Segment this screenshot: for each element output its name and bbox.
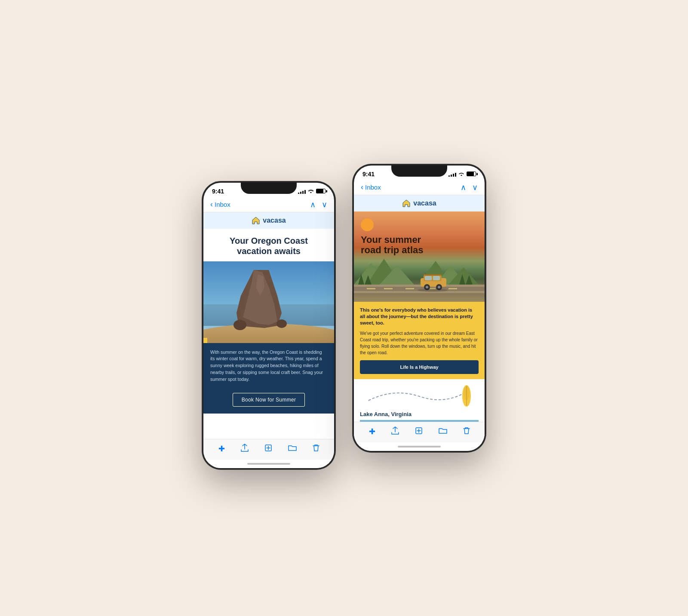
status-icons-right [448,171,476,177]
dashed-path-area [360,383,479,409]
signal-icon-left [298,189,306,194]
phones-container: 9:41 [202,147,486,469]
status-time-right: 9:41 [362,171,375,178]
vacasa-logo-icon-left [252,217,260,224]
svg-rect-23 [384,288,393,289]
share-icon-right[interactable] [391,426,399,437]
home-indicator-left [203,460,334,468]
road-trip-title: Your summer road trip atlas [361,235,438,255]
email1-hero-section: Your Oregon Coast vacation awaits [203,229,334,261]
phone-left-screen: 9:41 [203,183,334,468]
back-label-left: Inbox [215,201,230,208]
nav-actions-left: ∧ ∨ [310,200,327,209]
edit-icon-right[interactable] [415,427,423,437]
home-bar-right [398,446,441,447]
email1-cta-area: Book Now for Summer [203,389,334,414]
svg-rect-8 [203,338,207,343]
vacasa-header-left: vacasa [203,212,334,229]
svg-rect-26 [448,288,457,289]
signal-icon-right [448,172,456,177]
share-icon-left[interactable] [241,444,249,454]
email1-title: Your Oregon Coast vacation awaits [212,236,326,256]
compose-icon-left[interactable]: ✚ [218,444,225,454]
status-time-left: 9:41 [212,188,224,195]
wifi-icon-right [458,171,464,177]
haystack-rock-illustration [203,261,334,343]
notch-right [391,165,447,177]
home-bar-left [247,463,290,465]
lake-anna-label: Lake Anna, Virginia [360,411,479,417]
prev-email-button-right[interactable]: ∧ [461,183,466,192]
notch-left [241,183,297,194]
email-content-right: vacasa Your summer road trip atlas [354,195,485,422]
prev-email-button-left[interactable]: ∧ [310,200,316,209]
nav-bar-right[interactable]: ‹ Inbox ∧ ∨ [354,181,485,195]
folder-icon-left[interactable] [288,444,297,454]
nav-bar-left[interactable]: ‹ Inbox ∧ ∨ [203,198,334,212]
next-email-button-left[interactable]: ∨ [322,200,327,209]
svg-point-34 [438,286,440,288]
folder-icon-right[interactable] [439,427,447,436]
book-now-button[interactable]: Book Now for Summer [233,393,305,407]
next-email-button-right[interactable]: ∨ [472,183,478,192]
surfboard-icon [459,384,474,408]
svg-rect-30 [433,276,440,280]
svg-rect-35 [424,274,442,276]
status-icons-left [298,188,326,194]
back-arrow-right: ‹ [361,183,363,192]
phone-left: 9:41 [202,181,335,469]
svg-point-32 [426,286,428,288]
vacasa-logo-icon-right [402,199,411,207]
svg-point-7 [276,319,287,328]
email1-description: With summer on the way, the Oregon Coast… [203,343,334,389]
svg-rect-29 [425,276,432,280]
wifi-icon-left [308,188,314,194]
back-button-left[interactable]: ‹ Inbox [210,200,230,209]
phone-right-screen: 9:41 [354,165,485,451]
svg-point-6 [233,320,246,330]
highway-button[interactable]: Life Is a Highway [360,360,479,374]
email2-regular-text: We've got your perfect adventure covered… [360,330,479,356]
back-arrow-left: ‹ [210,200,213,209]
vacasa-brand-left: vacasa [263,217,286,224]
road-trip-scene [354,250,485,302]
email1-body-text: With summer on the way, the Oregon Coast… [210,349,323,382]
svg-rect-24 [405,288,414,289]
email2-content-area: This one's for everybody who believes va… [354,302,485,379]
nav-actions-right: ∧ ∨ [461,183,478,192]
back-button-right[interactable]: ‹ Inbox [361,183,381,192]
email2-bottom-section: Lake Anna, Virginia [354,379,485,422]
bottom-toolbar-left: ✚ [203,439,334,460]
vacasa-brand-right: vacasa [413,199,436,207]
email2-bold-text: This one's for everybody who believes va… [360,307,479,327]
home-indicator-right [354,442,485,451]
svg-point-36 [418,288,448,292]
edit-icon-left[interactable] [264,444,272,454]
sun-illustration [361,218,374,231]
vacasa-header-right: vacasa [354,195,485,211]
battery-icon-right [467,172,476,176]
battery-icon-left [316,189,326,193]
svg-rect-22 [367,288,375,289]
trash-icon-right[interactable] [463,427,470,437]
trash-icon-left[interactable] [313,444,319,454]
email-content-left: vacasa Your Oregon Coast vacation awaits [203,212,334,439]
compose-icon-right[interactable]: ✚ [369,427,375,436]
email2-hero: Your summer road trip atlas [354,211,485,302]
email1-hero-image [203,261,334,343]
back-label-right: Inbox [365,184,381,191]
bottom-toolbar-right: ✚ [354,422,485,442]
phone-right: 9:41 [353,164,486,452]
